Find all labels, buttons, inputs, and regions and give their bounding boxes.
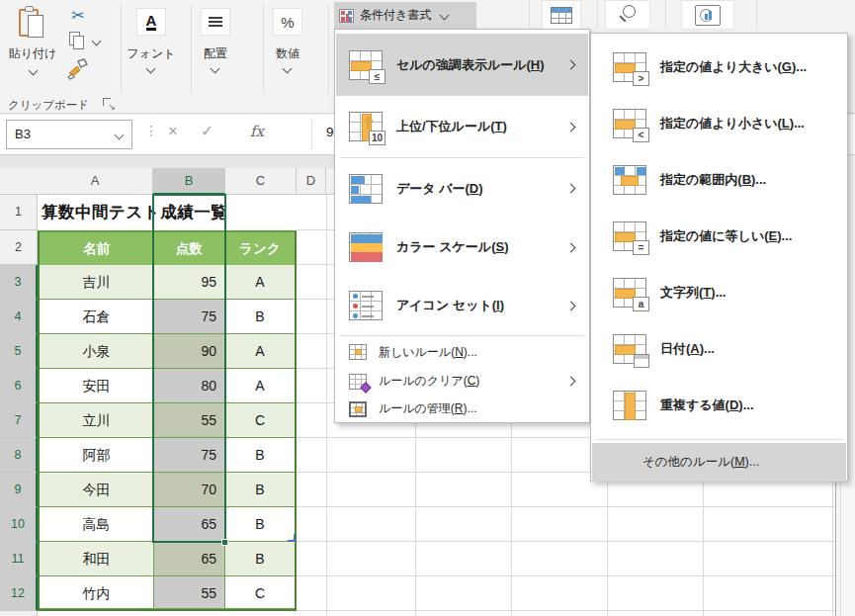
greater-than-icon: > bbox=[613, 52, 646, 82]
cell-name[interactable]: 安田 bbox=[40, 369, 154, 403]
font-group-label: フォント bbox=[117, 45, 186, 62]
table-row: 小泉 90 A bbox=[38, 334, 297, 369]
cell-score[interactable]: 70 bbox=[154, 473, 225, 507]
number-group-button[interactable]: % 数値 bbox=[253, 0, 322, 91]
header-cell-score[interactable]: 点数 bbox=[154, 232, 225, 265]
cell-score[interactable]: 65 bbox=[154, 542, 225, 576]
font-group-button[interactable]: A フォント bbox=[117, 0, 186, 91]
cell-rank[interactable]: A bbox=[225, 265, 295, 300]
format-painter-button[interactable] bbox=[65, 57, 89, 81]
search-button[interactable] bbox=[605, 0, 650, 30]
cut-button[interactable]: ✂ bbox=[67, 6, 89, 26]
conditional-formatting-menu: ≤ セルの強調表示ルール(H) 10 上位/下位ルール(T) データ バー(D) bbox=[334, 29, 590, 423]
paste-button[interactable]: 貼り付け bbox=[6, 2, 59, 93]
cell-name[interactable]: 小泉 bbox=[40, 334, 154, 369]
table-row: 竹内 55 C bbox=[38, 576, 297, 611]
cell-rank[interactable]: A bbox=[225, 334, 295, 369]
table-header-row[interactable]: 名前 点数 ランク bbox=[38, 230, 297, 265]
cell-rank[interactable]: A bbox=[225, 369, 295, 403]
clipboard-dialog-launcher[interactable]: ↘ bbox=[103, 98, 114, 109]
cell-name[interactable]: 和田 bbox=[40, 542, 154, 576]
row-header-3[interactable]: 3 bbox=[0, 265, 38, 300]
menu-item-top-bottom-rules[interactable]: 10 上位/下位ルール(T) bbox=[336, 96, 588, 157]
clear-rules-icon bbox=[349, 374, 367, 390]
cell-name[interactable]: 吉川 bbox=[40, 265, 154, 300]
submenu-item-greater-than[interactable]: > 指定の値より大きい(G)... bbox=[592, 39, 846, 95]
format-as-table-icon bbox=[551, 7, 572, 24]
header-cell-rank[interactable]: ランク bbox=[225, 232, 295, 265]
cell-name[interactable]: 阿部 bbox=[40, 438, 154, 473]
menu-item-manage-rules[interactable]: ルールの管理(R)... bbox=[336, 396, 588, 422]
column-header-d[interactable]: D bbox=[297, 168, 326, 195]
cell-rank[interactable]: C bbox=[225, 576, 295, 609]
menu-item-icon-sets[interactable]: アイコン セット(I) bbox=[336, 276, 588, 335]
menu-item-new-rule[interactable]: 新しいルール(N)... bbox=[336, 337, 588, 367]
submenu-item-between[interactable]: 指定の範囲内(B)... bbox=[592, 151, 846, 208]
name-box[interactable]: B3 bbox=[6, 120, 132, 149]
cell-name[interactable]: 石倉 bbox=[40, 300, 154, 334]
title-row[interactable]: 算数中間テスト成績一覧 bbox=[38, 195, 297, 230]
cell-name[interactable]: 立川 bbox=[40, 403, 154, 438]
submenu-item-equal-to[interactable]: = 指定の値に等しい(E)... bbox=[592, 208, 846, 264]
cancel-entry-icon[interactable]: × bbox=[168, 122, 178, 141]
cell-name[interactable]: 竹内 bbox=[40, 576, 154, 609]
formula-bar-grip[interactable]: ⋮ bbox=[144, 123, 158, 138]
ribbon-separator bbox=[529, 0, 530, 28]
column-header-c[interactable]: C bbox=[225, 168, 297, 195]
copy-dropdown-icon[interactable] bbox=[92, 37, 102, 46]
percent-icon: % bbox=[273, 8, 302, 36]
name-box-dropdown-icon[interactable] bbox=[115, 131, 125, 140]
cell-score[interactable]: 55 bbox=[154, 576, 225, 609]
analyze-data-button[interactable] bbox=[681, 0, 734, 30]
submenu-item-duplicate-values[interactable]: 重複する値(D)... bbox=[592, 377, 846, 433]
copy-button[interactable] bbox=[67, 32, 89, 51]
row-header-6[interactable]: 6 bbox=[0, 369, 38, 403]
row-header-11[interactable]: 11 bbox=[0, 542, 38, 576]
insert-function-icon[interactable]: fx bbox=[250, 123, 264, 140]
row-header-13-partial[interactable] bbox=[0, 611, 38, 616]
menu-item-color-scales[interactable]: カラー スケール(S) bbox=[336, 219, 588, 276]
menu-item-data-bars[interactable]: データ バー(D) bbox=[336, 158, 588, 219]
cell-rank[interactable]: C bbox=[225, 403, 295, 438]
cell-score[interactable]: 75 bbox=[154, 438, 225, 473]
row-header-8[interactable]: 8 bbox=[0, 438, 38, 473]
submenu-item-date-occurring[interactable]: 日付(A)... bbox=[592, 320, 846, 377]
conditional-formatting-button[interactable]: 条件付き書式 bbox=[334, 2, 476, 29]
cell-rank[interactable]: B bbox=[225, 542, 295, 576]
submenu-item-more-rules[interactable]: その他のルール(M)... bbox=[592, 443, 846, 482]
row-header-4[interactable]: 4 bbox=[0, 300, 38, 334]
row-header-7[interactable]: 7 bbox=[0, 403, 38, 438]
menu-item-highlight-cells-rules[interactable]: ≤ セルの強調表示ルール(H) bbox=[336, 34, 588, 96]
submenu-item-less-than[interactable]: < 指定の値より小さい(L)... bbox=[592, 95, 846, 151]
cell-score[interactable]: 55 bbox=[154, 403, 225, 438]
column-header-a[interactable]: A bbox=[38, 168, 153, 195]
cell-score[interactable]: 75 bbox=[154, 300, 225, 334]
less-than-icon: < bbox=[613, 109, 646, 138]
cell-name[interactable]: 高島 bbox=[40, 507, 154, 542]
cell-rank[interactable]: B bbox=[225, 300, 295, 334]
cell-score-active[interactable]: 95 bbox=[154, 265, 225, 300]
cell-rank[interactable]: B bbox=[225, 507, 295, 542]
confirm-entry-icon[interactable]: ✓ bbox=[201, 122, 214, 140]
row-header-12[interactable]: 12 bbox=[0, 576, 38, 611]
row-header-10[interactable]: 10 bbox=[0, 507, 38, 542]
submenu-item-text-contains[interactable]: a 文字列(T)... bbox=[592, 264, 846, 320]
format-as-table-button[interactable] bbox=[542, 0, 581, 30]
cell-rank[interactable]: B bbox=[225, 473, 295, 507]
cell-rank[interactable]: B bbox=[225, 438, 295, 473]
cell-score[interactable]: 90 bbox=[154, 334, 225, 369]
table-corner-marker-icon bbox=[288, 534, 296, 542]
menu-item-clear-rules[interactable]: ルールのクリア(C) bbox=[336, 367, 588, 396]
row-header-1[interactable]: 1 bbox=[0, 195, 38, 230]
submenu-arrow-icon bbox=[566, 122, 576, 132]
row-header-5[interactable]: 5 bbox=[0, 334, 38, 369]
cell-score[interactable]: 65 bbox=[154, 507, 225, 542]
alignment-group-button[interactable]: 配置 bbox=[181, 0, 250, 91]
row-header-9[interactable]: 9 bbox=[0, 473, 38, 507]
column-header-b[interactable]: B bbox=[153, 168, 225, 195]
header-cell-name[interactable]: 名前 bbox=[40, 232, 154, 265]
fill-handle[interactable] bbox=[221, 539, 228, 546]
cell-name[interactable]: 今田 bbox=[40, 473, 154, 507]
row-header-2[interactable]: 2 bbox=[0, 230, 38, 265]
cell-score[interactable]: 80 bbox=[154, 369, 225, 403]
